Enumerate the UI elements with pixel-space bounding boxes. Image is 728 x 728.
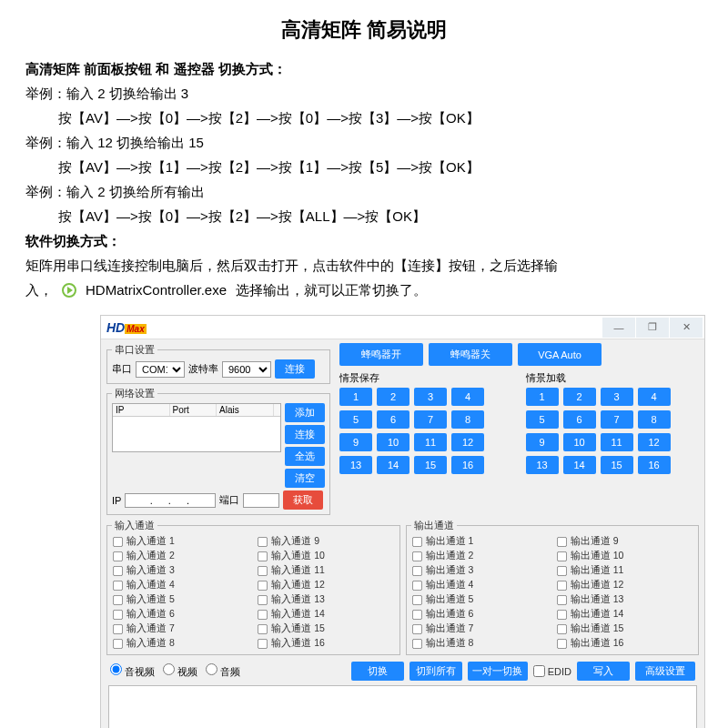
output-channel-15[interactable]: 输出通道 15: [556, 622, 693, 635]
output-channel-9[interactable]: 输出通道 9: [556, 535, 693, 548]
scene-load-3[interactable]: 3: [601, 388, 633, 406]
output-channel-10[interactable]: 输出通道 10: [556, 550, 693, 562]
baud-select[interactable]: 9600: [222, 361, 271, 378]
scene-save-16[interactable]: 16: [451, 456, 484, 474]
output-channel-5[interactable]: 输出通道 5: [411, 593, 549, 606]
input-channel-7[interactable]: 输入通道 7: [112, 622, 249, 635]
one-to-one-button[interactable]: 一对一切换: [468, 662, 528, 681]
window-minimize-button[interactable]: —: [602, 318, 635, 338]
scene-save-9[interactable]: 9: [339, 433, 372, 451]
scene-save-title: 情景保存: [339, 371, 510, 385]
serial-port-select[interactable]: COM1: [136, 361, 185, 378]
input-channel-15[interactable]: 输入通道 15: [257, 622, 394, 635]
output-channel-8[interactable]: 输出通道 8: [411, 637, 549, 650]
switch-button[interactable]: 切换: [351, 662, 404, 681]
output-log[interactable]: [108, 685, 697, 728]
input-channel-16[interactable]: 输入通道 16: [257, 637, 394, 650]
window-maximize-button[interactable]: ❐: [636, 318, 669, 338]
ip-input[interactable]: [125, 493, 216, 508]
network-list[interactable]: IP Port Alais: [112, 403, 281, 452]
input-channel-5[interactable]: 输入通道 5: [112, 593, 249, 606]
output-channel-7[interactable]: 输出通道 7: [411, 622, 549, 635]
scene-load-12[interactable]: 12: [638, 433, 671, 451]
scene-load-2[interactable]: 2: [563, 388, 596, 406]
scene-load-11[interactable]: 11: [601, 433, 633, 451]
net-add-button[interactable]: 添加: [285, 403, 325, 422]
output-channel-6[interactable]: 输出通道 6: [411, 608, 549, 621]
scene-load-7[interactable]: 7: [601, 410, 633, 429]
serial-legend: 串口设置: [112, 343, 157, 357]
input-channel-14[interactable]: 输入通道 14: [257, 608, 394, 621]
scene-load-4[interactable]: 4: [638, 388, 671, 406]
scene-save-1[interactable]: 1: [339, 388, 372, 406]
scene-save-8[interactable]: 8: [451, 410, 484, 429]
input-channel-10[interactable]: 输入通道 10: [257, 550, 394, 562]
scene-load-5[interactable]: 5: [526, 410, 559, 429]
input-channels-legend: 输入通道: [112, 519, 157, 532]
scene-save-3[interactable]: 3: [414, 388, 447, 406]
software-heading: 软件切换方式：: [25, 228, 703, 253]
scene-save-4[interactable]: 4: [451, 388, 484, 406]
output-channel-12[interactable]: 输出通道 12: [556, 579, 693, 592]
scene-load-14[interactable]: 14: [563, 456, 596, 474]
scene-load-10[interactable]: 10: [563, 433, 596, 451]
scene-save-14[interactable]: 14: [377, 456, 410, 474]
scene-save-12[interactable]: 12: [451, 433, 484, 451]
scene-load-13[interactable]: 13: [526, 456, 559, 474]
window-close-button[interactable]: ✕: [670, 318, 703, 338]
output-channel-14[interactable]: 输出通道 14: [556, 608, 693, 621]
write-button[interactable]: 写入: [577, 662, 630, 681]
output-channel-2[interactable]: 输出通道 2: [411, 550, 549, 562]
scene-save-6[interactable]: 6: [377, 410, 410, 429]
input-channel-12[interactable]: 输入通道 12: [257, 579, 394, 592]
scene-save-10[interactable]: 10: [377, 433, 410, 451]
radio-av[interactable]: 音视频: [110, 663, 155, 679]
input-channel-3[interactable]: 输入通道 3: [112, 564, 249, 577]
input-channel-8[interactable]: 输入通道 8: [112, 637, 249, 650]
scene-load-6[interactable]: 6: [563, 410, 596, 429]
net-connect-button[interactable]: 连接: [285, 425, 325, 444]
input-channel-13[interactable]: 输入通道 13: [257, 593, 394, 606]
scene-save-13[interactable]: 13: [339, 456, 372, 474]
exe-filename: HDMatrixController.exe: [86, 278, 227, 302]
port-input[interactable]: [243, 493, 279, 508]
scene-save-7[interactable]: 7: [414, 410, 447, 429]
net-get-button[interactable]: 获取: [283, 490, 323, 510]
serial-connect-button[interactable]: 连接: [275, 359, 315, 379]
net-selectall-button[interactable]: 全选: [285, 447, 325, 466]
switch-all-button[interactable]: 切到所有: [410, 662, 462, 681]
scene-load-9[interactable]: 9: [526, 433, 559, 451]
scene-save-2[interactable]: 2: [377, 388, 410, 406]
output-channel-4[interactable]: 输出通道 4: [411, 579, 549, 592]
scene-save-11[interactable]: 11: [414, 433, 447, 451]
scene-save-15[interactable]: 15: [414, 456, 447, 474]
buzzer-off-button[interactable]: 蜂鸣器关: [429, 343, 512, 366]
input-channel-9[interactable]: 输入通道 9: [257, 535, 394, 548]
radio-video[interactable]: 视频: [163, 663, 197, 679]
advanced-button[interactable]: 高级设置: [635, 662, 695, 681]
radio-audio[interactable]: 音频: [206, 663, 240, 679]
scene-load-16[interactable]: 16: [638, 456, 671, 474]
vga-auto-button[interactable]: VGA Auto: [518, 343, 602, 366]
output-channel-16[interactable]: 输出通道 16: [556, 637, 693, 650]
input-channel-2[interactable]: 输入通道 2: [112, 550, 249, 562]
av-row: 音视频 视频 音频 切换 切到所有 一对一切换 EDID 写入 高级设置: [106, 659, 699, 682]
output-channel-3[interactable]: 输出通道 3: [411, 564, 549, 577]
input-channel-11[interactable]: 输入通道 11: [257, 564, 394, 577]
panel-heading: 高清矩阵 前面板按钮 和 遥控器 切换方式：: [25, 56, 703, 81]
output-channel-11[interactable]: 输出通道 11: [556, 564, 693, 577]
input-channel-4[interactable]: 输入通道 4: [112, 579, 249, 592]
output-channel-1[interactable]: 输出通道 1: [411, 535, 549, 548]
exe-icon: [62, 283, 76, 298]
output-channel-13[interactable]: 输出通道 13: [556, 593, 693, 606]
edid-checkbox[interactable]: EDID: [533, 662, 571, 681]
scene-load-8[interactable]: 8: [638, 410, 671, 429]
input-channel-1[interactable]: 输入通道 1: [112, 535, 249, 548]
scene-load-15[interactable]: 15: [601, 456, 633, 474]
scene-save-5[interactable]: 5: [339, 410, 372, 429]
buzzer-on-button[interactable]: 蜂鸣器开: [339, 343, 423, 366]
input-channel-6[interactable]: 输入通道 6: [112, 608, 249, 621]
net-clear-button[interactable]: 清空: [285, 469, 325, 488]
example-1-desc: 举例：输入 2 切换给输出 3: [25, 81, 703, 106]
scene-load-1[interactable]: 1: [526, 388, 559, 406]
